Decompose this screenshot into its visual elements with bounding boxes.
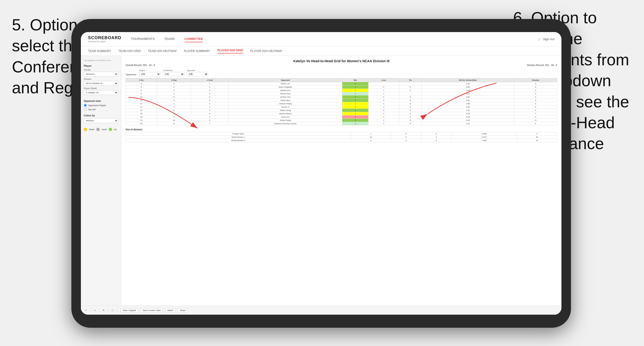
main-table: # Div # Reg # Conf Opponent Win Loss Tie… [126, 78, 557, 125]
opponent-view-top100[interactable]: Top 100 [84, 108, 118, 111]
subnav-player-h2h-grid[interactable]: PLAYER H2H GRID [218, 49, 243, 53]
table-row: 5 2 2 Alexis Sudjianto 1 0 0 4.00 3 [126, 85, 557, 89]
td-reg: 3 [157, 82, 191, 85]
subnav-team-h2h-heatmap[interactable]: TEAM H2H HEATMAP [148, 49, 177, 53]
toolbar-clock[interactable]: 🕐 [111, 309, 114, 312]
nav-committee[interactable]: COMMITTEE [184, 36, 203, 42]
gender-select[interactable]: Women's [84, 72, 118, 76]
ood-td-tie: 0 [421, 136, 451, 139]
td-diff: 3.33 [422, 99, 514, 102]
ood-td-win: 15 [351, 136, 391, 139]
td-diff: 4.00 [422, 95, 514, 99]
toolbar-sep2 [99, 308, 100, 313]
nav-tournaments[interactable]: TOURNAMENTS [131, 36, 155, 42]
legend-dot-level [96, 128, 100, 131]
filter-conference-select[interactable]: (All) [163, 72, 184, 76]
td-loss: 0 [368, 109, 399, 112]
ood-td-rounds: 2 [517, 132, 557, 136]
td-tie: 0 [399, 119, 422, 122]
filter-opponent-label: Opponent [187, 69, 208, 71]
td-win: 1 [342, 82, 368, 85]
watch-btn[interactable]: Watch [165, 308, 175, 313]
filter-opponent-select[interactable]: (All) [187, 72, 208, 76]
td-opponent: Euna Lee [228, 115, 342, 119]
radio-top100[interactable] [84, 108, 87, 111]
td-reg: 8 [157, 109, 191, 112]
ood-td-rounds: 10 [517, 139, 557, 142]
td-tie: 0 [399, 115, 422, 119]
td-win: 1 [342, 112, 368, 115]
view-original-btn[interactable]: View: Original [120, 308, 138, 313]
filter-region-label: Region [139, 69, 160, 71]
colour-by-select[interactable]: Win/loss [84, 118, 118, 123]
subnav-team-summary[interactable]: TEAM SUMMARY [88, 49, 111, 53]
td-reg: 2 [157, 85, 191, 89]
td-rounds: 2 [514, 115, 557, 119]
td-conf: 7 [191, 122, 228, 125]
nav-items: TOURNAMENTS TEAMS COMMITTEE [131, 36, 203, 42]
opponent-view-label: Opponent view [84, 100, 118, 102]
ood-td-loss: 0 [391, 139, 421, 142]
th-win: Win [342, 78, 368, 82]
tablet-screen: SCOREBOARD Powered by clippd TOURNAMENTS… [81, 32, 562, 315]
td-tie: 0 [399, 99, 422, 102]
td-loss: 1 [368, 119, 399, 122]
table-row: 14 7 4 Eunice Yi 2 2 0 0.38 9 [126, 105, 557, 109]
td-reg: 2 [157, 115, 191, 119]
td-diff: -1.00 [422, 89, 514, 92]
td-tie [399, 82, 422, 85]
td-opponent: Andrea York [228, 95, 342, 99]
legend-label-up: Up [114, 128, 117, 131]
division-record: Division Record: 331 - 34 - 6 [527, 64, 557, 66]
gender-label: Gender [84, 69, 118, 71]
page-title: Katelyn Vo Head-to-Head Grid for Women's… [126, 59, 557, 63]
legend-label-level: Level [102, 128, 107, 131]
legend-row: Down Level Up [84, 128, 118, 131]
opponent-view-played[interactable]: Opponents Played [84, 104, 118, 107]
td-loss: 0 [368, 99, 399, 102]
td-rounds: 3 [514, 92, 557, 95]
td-win: 2 [342, 95, 368, 99]
sign-out-link[interactable]: Sign out [543, 36, 554, 42]
th-reg: # Reg [157, 78, 191, 82]
toolbar-undo[interactable]: ↩ [85, 309, 87, 312]
th-loss: Loss [368, 78, 399, 82]
filter-region-select[interactable]: (All) [139, 72, 160, 76]
td-rounds: 3 [514, 85, 557, 89]
td-loss: 2 [368, 105, 399, 109]
td-tie: 0 [399, 102, 422, 105]
logo-text: SCOREBOARD [88, 35, 121, 40]
toolbar-copy[interactable]: ⧉ [103, 309, 104, 312]
td-loss: 0 [368, 85, 399, 89]
td-div: 3 [126, 82, 157, 85]
td-diff: 0.38 [422, 105, 514, 109]
toolbar-redo[interactable]: ↪ [94, 309, 96, 312]
td-diff: 1.50 [422, 82, 514, 85]
td-div: 5 [126, 85, 157, 89]
td-diff: -0.94 [422, 112, 514, 115]
save-custom-view-btn[interactable]: Save Custom View [140, 308, 163, 313]
out-of-division-label: Out of division [126, 128, 557, 131]
td-tie [399, 92, 422, 95]
filter-conference-label: Conference [163, 69, 184, 71]
td-conf: 4 [191, 105, 228, 109]
td-win: 0 [342, 115, 368, 119]
division-select[interactable]: NCAA Division III [84, 81, 118, 86]
td-win: 2 [342, 105, 368, 109]
nav-teams[interactable]: TEAMS [164, 36, 175, 42]
subnav-player-h2h-heatmap[interactable]: PLAYER H2H HEATMAP [250, 49, 282, 53]
subnav-team-h2h-grid[interactable]: TEAM H2H GRID [118, 49, 141, 53]
filter-conference-group: Conference (All) [163, 69, 184, 76]
ood-table-row: NAIA Division 1 15 0 0 9.267 30 [126, 136, 557, 139]
share-btn[interactable]: Share [178, 308, 188, 313]
subnav-player-summary[interactable]: PLAYER SUMMARY [184, 49, 210, 53]
ood-td-tie: 0 [421, 132, 451, 136]
td-tie: 0 [399, 95, 422, 99]
left-panel: Last Updated: 27/03/2024 12:00 Player Ge… [81, 56, 121, 315]
td-div: 20 [126, 122, 157, 125]
radio-played[interactable] [84, 104, 87, 107]
player-rank-select[interactable]: 8. Katelyn Vo [84, 90, 118, 95]
td-win: 1 [342, 89, 368, 92]
td-win: 1 [342, 99, 368, 102]
td-reg: 3 [157, 112, 191, 115]
